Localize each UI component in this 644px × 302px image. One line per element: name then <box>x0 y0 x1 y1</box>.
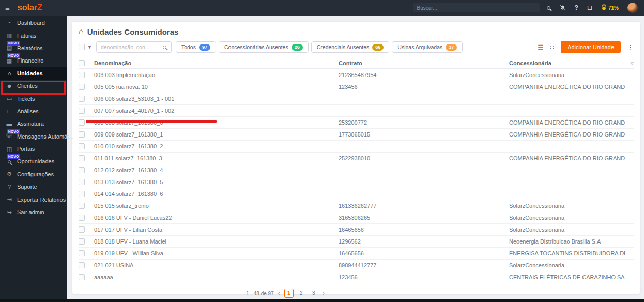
filter-count-badge: 66 <box>372 44 384 51</box>
row-checkbox[interactable] <box>79 226 85 233</box>
sidebar-item-sair-admin[interactable]: ↪ Sair admin <box>0 206 67 218</box>
portal-icon: ◫ <box>5 146 13 153</box>
sidebar-item-suporte[interactable]: ? Suporte <box>0 180 67 193</box>
table-row[interactable]: 016 016 UFV - Daniel Lucas22 3165306265 … <box>79 212 634 224</box>
sidebar-item-analises[interactable]: ∟ Análises <box>0 105 67 117</box>
row-checkbox[interactable] <box>79 119 85 126</box>
global-search-input[interactable] <box>413 3 540 12</box>
filter-label: Credenciais Ausentes <box>317 44 370 50</box>
list-view-icon[interactable]: ☰ <box>538 44 544 51</box>
table-row[interactable]: 021 021 USINA 898944412777 SolarzConcess… <box>79 260 634 271</box>
sidebar-item-financeiro[interactable]: NOVO ▦ Financeiro <box>0 54 67 67</box>
prev-page-icon[interactable]: ‹ <box>278 290 280 297</box>
page-button-3[interactable]: 3 <box>309 289 318 298</box>
filter-todos[interactable]: Todos 97 <box>176 41 216 53</box>
column-contrato[interactable]: Contrato <box>339 60 509 66</box>
sidebar-item-relatorios[interactable]: NOVO ▤ Relatórios <box>0 42 67 54</box>
add-unit-button[interactable]: Adicionar Unidade <box>561 41 621 53</box>
filter-funnel-icon[interactable]: ▽ <box>625 61 634 66</box>
row-checkbox[interactable] <box>79 84 85 90</box>
table-row[interactable]: aaaaaa 123456 CENTRAIS ELÉTRICAS DE CARA… <box>79 271 634 283</box>
units-table: Denominação Contrato Concessionária ▽ 00… <box>79 58 634 283</box>
app-root: ≡ solarZ ? ⊟ <box>0 0 644 302</box>
row-checkbox[interactable] <box>79 262 85 268</box>
table-row[interactable]: 018 018 UFV - Luana Maciel 1296562 Neoen… <box>79 236 634 248</box>
header-checkbox[interactable] <box>79 60 85 66</box>
cell-concessionaria: SolarzConcessionaria <box>509 226 625 233</box>
help-icon[interactable]: ? <box>575 5 578 11</box>
row-checkbox[interactable] <box>79 250 85 256</box>
cell-contrato: 1773865015 <box>339 131 509 138</box>
table-row[interactable]: 006 006 solarz3_53103_1 - 001 <box>79 93 634 105</box>
table-row[interactable]: 005 005 rua nova. 10 123456 COMPANHIA EN… <box>79 81 634 93</box>
cell-contrato: 123456 <box>339 84 509 90</box>
sidebar-item-configuracoes[interactable]: ⚙ Configurações <box>0 168 67 180</box>
row-checkbox[interactable] <box>79 108 85 114</box>
table-row[interactable]: 010 010 solarz7_161380_2 <box>79 141 634 153</box>
table-row[interactable]: 015 015 solarz_treino 161336262777 Solar… <box>79 200 634 212</box>
table-row[interactable]: 009 009 solarz7_161380_1 1773865015 COMP… <box>79 129 634 141</box>
chevron-down-icon[interactable]: ▼ <box>87 44 92 50</box>
table-row[interactable]: 011 011 solarz7_161380_3 2522938010 COMP… <box>79 153 634 164</box>
table-row[interactable]: 008 008 solarz7_161380_0 253200772 COMPA… <box>79 117 634 129</box>
save-icon[interactable]: ⊟ <box>587 5 592 11</box>
more-options-icon[interactable]: ⋮ <box>627 43 634 51</box>
sidebar-item-tickets[interactable]: ▭ Tickets <box>0 92 67 104</box>
table-row[interactable]: 012 012 solarz7_161380_4 <box>79 164 634 176</box>
page-title-text: Unidades Consumidoras <box>87 27 179 36</box>
grid-view-icon[interactable]: ∷ <box>550 44 555 51</box>
row-checkbox[interactable] <box>79 72 85 78</box>
sidebar-item-oportunidades[interactable]: NOVO Oportunidades <box>0 155 67 168</box>
table-search-input[interactable] <box>96 41 158 53</box>
table-search-button[interactable] <box>158 41 172 53</box>
table-row[interactable]: 007 007 solarz4_40170_1 - 002 <box>79 105 634 117</box>
column-denominacao[interactable]: Denominação <box>94 60 339 66</box>
cell-concessionaria: SolarzConcessionaria <box>509 215 625 221</box>
row-checkbox[interactable] <box>79 96 85 102</box>
sidebar-item-dashboard[interactable]: ◔ Dashboard <box>0 17 67 29</box>
row-checkbox[interactable] <box>79 191 85 197</box>
row-checkbox[interactable] <box>79 155 85 161</box>
page-button-2[interactable]: 2 <box>297 289 306 298</box>
sidebar-item-mensagens-automaticas[interactable]: NOVO ☏ Mensagens Automát... <box>0 130 67 143</box>
table-row[interactable]: 019 019 UFV - Willian Silva 16465656 ENE… <box>79 248 634 260</box>
bottom-strip <box>0 299 644 302</box>
sidebar-item-assinatura[interactable]: ▬ Assinatura <box>0 117 67 130</box>
row-checkbox[interactable] <box>79 131 85 138</box>
row-checkbox[interactable] <box>79 167 85 173</box>
sidebar-item-label: Portais <box>17 146 35 152</box>
cell-contrato: 161336262777 <box>339 203 509 209</box>
table-row[interactable]: 013 013 solarz7_161380_5 <box>79 176 634 188</box>
row-checkbox[interactable] <box>79 203 85 209</box>
ticket-icon: ▭ <box>5 95 13 102</box>
bell-slash-icon[interactable] <box>559 5 566 11</box>
gamification-score[interactable]: 71% <box>601 4 619 12</box>
table-row[interactable]: 003 003 Implementação 212365487954 Solar… <box>79 69 634 81</box>
sidebar-item-unidades[interactable]: ⌂ Unidades <box>0 67 67 80</box>
row-checkbox[interactable] <box>79 179 85 185</box>
menu-icon[interactable]: ≡ <box>5 4 10 12</box>
row-checkbox[interactable] <box>79 215 85 221</box>
invoice-icon: ▥ <box>5 32 13 39</box>
avatar[interactable] <box>627 3 638 13</box>
page-button-1[interactable]: 1 <box>284 289 294 298</box>
table-row[interactable]: 017 017 UFV - Lilian Costa 16465656 Sola… <box>79 224 634 236</box>
select-all-checkbox[interactable] <box>79 44 85 50</box>
row-checkbox[interactable] <box>79 143 85 149</box>
sidebar-item-faturas[interactable]: ▥ Faturas <box>0 29 67 41</box>
filter-concessionarias-ausentes[interactable]: Concessionárias Ausentes 26 <box>219 41 309 53</box>
sidebar-item-clientes[interactable]: ☻ Clientes <box>0 80 67 92</box>
table-row[interactable]: 014 014 solarz7_161380_6 <box>79 188 634 200</box>
cell-denominacao: 018 018 UFV - Luana Maciel <box>94 238 339 245</box>
sidebar-item-exportar-relatorios[interactable]: ⇥ Exportar Relatórios <box>0 193 67 205</box>
filter-usinas-arquivadas[interactable]: Usinas Arquivadas 37 <box>392 41 463 53</box>
filter-credenciais-ausentes[interactable]: Credenciais Ausentes 66 <box>311 41 390 53</box>
row-checkbox[interactable] <box>79 238 85 245</box>
sidebar-item-label: Suporte <box>17 184 37 190</box>
cell-denominacao: 011 011 solarz7_161380_3 <box>94 155 339 161</box>
sidebar-item-portais[interactable]: ◫ Portais <box>0 143 67 155</box>
column-concessionaria[interactable]: Concessionária <box>509 60 625 66</box>
row-checkbox[interactable] <box>79 274 85 280</box>
next-page-icon[interactable]: › <box>323 290 325 297</box>
search-icon[interactable] <box>547 6 550 10</box>
